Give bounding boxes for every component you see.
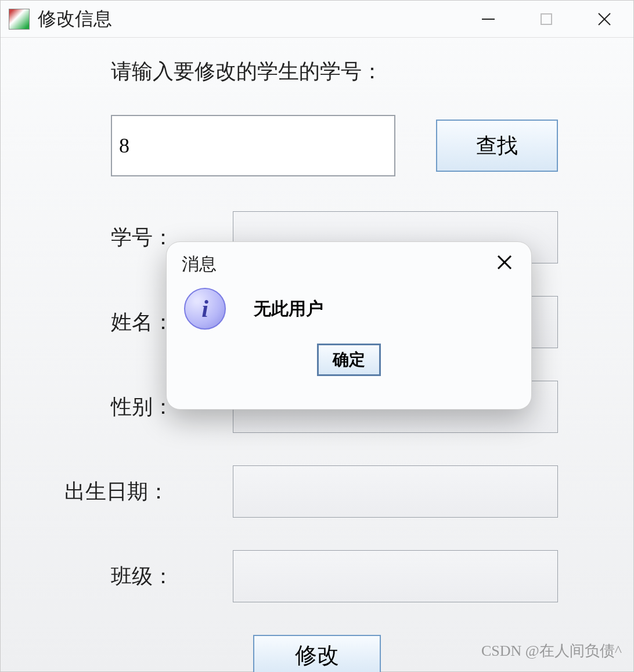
info-icon: i [184, 288, 226, 330]
svg-rect-1 [541, 14, 552, 24]
dialog-ok-button[interactable]: 确定 [317, 344, 381, 376]
input-birthdate[interactable] [233, 465, 558, 518]
close-button[interactable] [575, 2, 633, 37]
dialog-message: 无此用户 [254, 297, 323, 321]
window-title: 修改信息 [38, 6, 112, 32]
search-row: 查找 [111, 115, 610, 176]
minimize-button[interactable] [459, 2, 517, 37]
label-class: 班级： [111, 562, 227, 591]
maximize-button[interactable] [517, 2, 575, 37]
search-button[interactable]: 查找 [436, 120, 558, 172]
dialog-header: 消息 [167, 242, 531, 281]
dialog-title: 消息 [182, 252, 217, 276]
watermark: CSDN @在人间负债^ [481, 641, 622, 661]
label-birthdate: 出生日期： [64, 478, 227, 506]
dialog-footer: 确定 [167, 332, 531, 376]
modify-button[interactable]: 修改 [253, 635, 381, 672]
student-id-search-input[interactable] [111, 115, 395, 176]
input-class[interactable] [233, 550, 558, 602]
main-window: 修改信息 请输入要修改的学生的学号： 查找 学号： 姓名： [0, 0, 634, 672]
dialog-close-button[interactable] [493, 253, 516, 276]
message-dialog: 消息 i 无此用户 确定 [166, 241, 532, 410]
titlebar: 修改信息 [1, 1, 633, 38]
row-class: 班级： [24, 550, 610, 602]
app-icon [9, 9, 30, 30]
dialog-body: i 无此用户 [167, 281, 531, 332]
prompt-text: 请输入要修改的学生的学号： [111, 57, 610, 86]
row-birthdate: 出生日期： [24, 465, 610, 518]
